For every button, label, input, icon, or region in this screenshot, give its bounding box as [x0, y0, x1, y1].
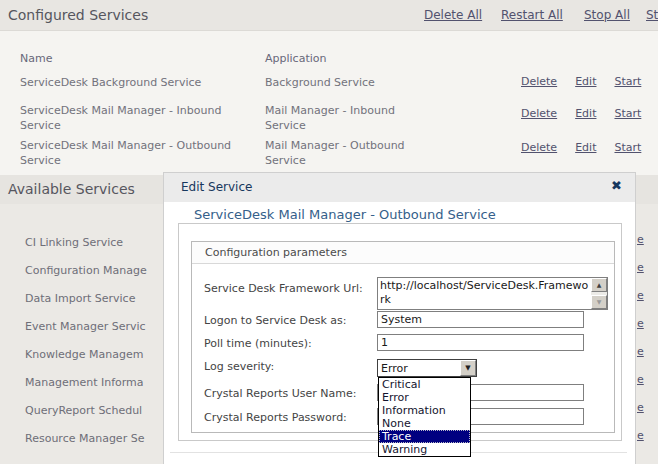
- dialog-titlebar: Edit Service ✖: [164, 173, 635, 202]
- dropdown-option[interactable]: None: [379, 417, 470, 430]
- configure-link-fragment[interactable]: e: [637, 233, 644, 246]
- available-services-title: Available Services: [8, 181, 135, 197]
- table-row-actions: Delete Edit Start: [521, 107, 641, 120]
- app-window: Configured Services Delete All Restart A…: [0, 0, 658, 464]
- configure-link-fragment[interactable]: e: [637, 317, 644, 330]
- configure-link-fragment[interactable]: e: [637, 261, 644, 274]
- table-row-application: Mail Manager - Outbound Service: [265, 138, 430, 168]
- poll-time-label: Poll time (minutes):: [204, 337, 312, 350]
- textarea-scrollbar[interactable]: ▲ ▼: [591, 278, 607, 309]
- configure-link-fragment[interactable]: e: [637, 401, 644, 414]
- delete-link[interactable]: Delete: [521, 141, 557, 154]
- framework-url-textarea[interactable]: http://localhost/ServiceDesk.Framework ▲…: [377, 277, 608, 310]
- dropdown-option[interactable]: Critical: [379, 378, 470, 391]
- column-header-name: Name: [20, 52, 52, 65]
- scroll-down-icon[interactable]: ▼: [591, 295, 607, 309]
- delete-link[interactable]: Delete: [521, 107, 557, 120]
- list-item: Data Import Service: [25, 292, 135, 305]
- close-icon[interactable]: ✖: [611, 178, 622, 193]
- table-row-name: ServiceDesk Mail Manager - Inbound Servi…: [20, 103, 265, 133]
- delete-all-link[interactable]: Delete All: [424, 8, 482, 22]
- stop-all-link[interactable]: Stop All: [584, 8, 630, 22]
- column-header-application: Application: [265, 52, 326, 65]
- list-item: Knowledge Managem: [25, 348, 143, 361]
- log-severity-select[interactable]: Error ▼: [377, 359, 477, 377]
- table-row-application: Background Service: [265, 75, 435, 90]
- log-severity-dropdown-list: Critical Error Information None Trace Wa…: [378, 377, 471, 457]
- framework-url-label: Service Desk Framework Url:: [204, 282, 363, 295]
- log-severity-value: Error: [381, 362, 408, 375]
- configured-services-header-bar: Configured Services Delete All Restart A…: [0, 0, 658, 31]
- edit-link[interactable]: Edit: [575, 107, 596, 120]
- table-row-application: Mail Manager - Inbound Service: [265, 103, 430, 133]
- crystal-password-label: Crystal Reports Password:: [204, 411, 347, 424]
- logon-label: Logon to Service Desk as:: [204, 314, 347, 327]
- service-fieldset-legend: ServiceDesk Mail Manager - Outbound Serv…: [189, 207, 501, 222]
- framework-url-value: http://localhost/ServiceDesk.Framework: [380, 279, 589, 307]
- table-row-actions: Delete Edit Start: [521, 75, 641, 88]
- configure-link-fragment[interactable]: e: [637, 373, 644, 386]
- list-item: QueryReport Schedul: [25, 404, 142, 417]
- start-link[interactable]: Start: [614, 107, 641, 120]
- start-all-link[interactable]: Start All: [646, 8, 658, 22]
- list-item: CI Linking Service: [25, 236, 123, 249]
- dropdown-option-selected[interactable]: Trace: [379, 430, 470, 443]
- table-row-name: ServiceDesk Background Service: [20, 75, 265, 90]
- edit-link[interactable]: Edit: [575, 141, 596, 154]
- configure-link-fragment[interactable]: e: [637, 345, 644, 358]
- list-item: Event Manager Servic: [25, 320, 146, 333]
- dropdown-option[interactable]: Information: [379, 404, 470, 417]
- table-row-actions: Delete Edit Start: [521, 141, 641, 154]
- dropdown-option[interactable]: Error: [379, 391, 470, 404]
- delete-link[interactable]: Delete: [521, 75, 557, 88]
- list-item: Resource Manager Se: [25, 432, 144, 445]
- chevron-down-icon: ▼: [460, 360, 476, 376]
- start-link[interactable]: Start: [614, 141, 641, 154]
- configure-link-fragment[interactable]: e: [637, 429, 644, 442]
- restart-all-link[interactable]: Restart All: [501, 8, 563, 22]
- dropdown-option[interactable]: Warning: [379, 443, 470, 456]
- edit-service-dialog: Edit Service ✖ ServiceDesk Mail Manager …: [163, 172, 636, 464]
- list-item: Configuration Manage: [25, 264, 147, 277]
- poll-time-input[interactable]: [377, 334, 584, 351]
- configuration-parameters-title: Configuration parameters: [192, 242, 614, 264]
- start-link[interactable]: Start: [614, 75, 641, 88]
- dialog-title: Edit Service: [181, 180, 252, 194]
- list-item: Management Informa: [25, 376, 144, 389]
- edit-link[interactable]: Edit: [575, 75, 596, 88]
- crystal-user-label: Crystal Reports User Name:: [204, 387, 356, 400]
- configured-services-title: Configured Services: [8, 7, 148, 23]
- configure-link-fragment[interactable]: e: [637, 289, 644, 302]
- logon-input[interactable]: [377, 311, 584, 328]
- log-severity-label: Log severity:: [204, 360, 274, 373]
- table-row-name: ServiceDesk Mail Manager - Outbound Serv…: [20, 138, 235, 168]
- scroll-up-icon[interactable]: ▲: [591, 278, 607, 292]
